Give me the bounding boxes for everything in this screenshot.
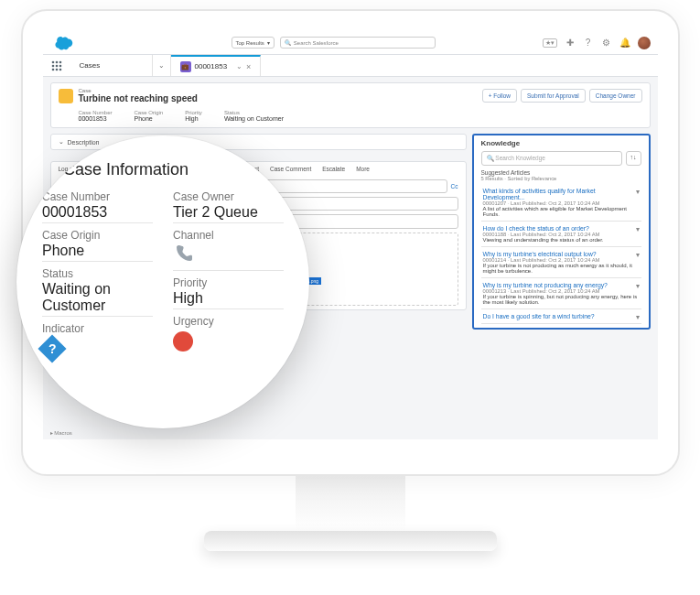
change-owner-button[interactable]: Change Owner: [589, 89, 642, 103]
tab-cases-menu[interactable]: ⌄: [153, 55, 171, 76]
hl-status: Waiting on Customer: [224, 115, 284, 122]
close-icon[interactable]: ×: [246, 62, 251, 71]
field-case-origin: Case Origin Phone: [42, 229, 153, 262]
knowledge-search-input[interactable]: 🔍 Search Knowledge: [481, 151, 622, 166]
article-title[interactable]: Why is my turbine's electrical output lo…: [483, 251, 640, 257]
global-search[interactable]: 🔍 Search Salesforce: [280, 37, 436, 49]
field-urgency: Urgency: [173, 315, 284, 353]
knowledge-title: Knowledge: [481, 139, 641, 147]
knowledge-article[interactable]: ▾ Why is my turbine not producing any en…: [481, 278, 641, 309]
knowledge-suggested-label: Suggested Articles: [481, 169, 641, 176]
chevron-down-icon: ▾: [267, 39, 270, 46]
email-cc-toggle[interactable]: Cc: [451, 183, 458, 189]
hl-casenum: 00001853: [79, 115, 113, 122]
utility-bar-macros[interactable]: ▸ Macros: [50, 429, 72, 436]
phone-icon: [173, 243, 195, 265]
field-indicator: Indicator ?: [42, 322, 153, 361]
case-icon: 💼: [180, 61, 191, 72]
zoom-lens: ⌄ Case Information Case Number 00001853 …: [16, 135, 309, 428]
article-menu-icon[interactable]: ▾: [636, 313, 640, 321]
knowledge-list: ▾ What kinds of activities qualify for M…: [481, 184, 641, 324]
case-record-icon: [59, 89, 73, 103]
app-launcher-icon[interactable]: [43, 55, 70, 76]
svg-point-0: [51, 60, 54, 63]
tab-label: Cases: [80, 61, 101, 70]
svg-point-1: [55, 60, 58, 63]
monitor-stand-base: [204, 531, 497, 551]
hl-origin: Phone: [135, 115, 164, 122]
search-icon: 🔍: [285, 39, 291, 46]
article-desc: If your turbine is spinning, but not pro…: [483, 294, 640, 305]
article-title[interactable]: Why is my turbine not producing any ener…: [483, 282, 640, 288]
urgency-indicator-icon: [173, 331, 193, 352]
knowledge-article[interactable]: ▾ How do I check the status of an order?…: [481, 222, 641, 247]
field-priority: Priority High: [173, 276, 284, 309]
action-escalate[interactable]: Escalate: [322, 166, 345, 172]
action-case-comment[interactable]: Case Comment: [270, 166, 311, 172]
knowledge-panel: Knowledge 🔍 Search Knowledge ↑↓ Suggeste…: [472, 134, 651, 330]
knowledge-results-count: 5 Results · Sorted by Relevance: [481, 176, 641, 181]
workspace-nav: Cases ⌄ 💼 00001853 ⌄ ×: [43, 55, 658, 77]
search-scope-picker[interactable]: Top Results ▾: [232, 37, 275, 49]
tab-record[interactable]: 💼 00001853 ⌄ ×: [171, 55, 262, 76]
field-case-number: Case Number 00001853: [42, 190, 153, 223]
article-desc: If your turbine is not producing as much…: [483, 263, 640, 274]
knowledge-article[interactable]: ▾ Why is my turbine's electrical output …: [481, 247, 641, 278]
knowledge-sort-button[interactable]: ↑↓: [626, 151, 641, 166]
svg-point-3: [51, 64, 54, 67]
svg-point-2: [59, 60, 61, 63]
record-title: Turbine not reaching speed: [79, 93, 198, 103]
help-icon[interactable]: ?: [583, 38, 594, 49]
tab-cases[interactable]: Cases: [70, 55, 153, 76]
salesforce-logo[interactable]: [50, 35, 74, 51]
knowledge-article[interactable]: ▾ What kinds of activities qualify for M…: [481, 184, 641, 222]
gear-icon[interactable]: ⚙: [601, 38, 612, 49]
article-title[interactable]: What kinds of activities qualify for Mar…: [483, 188, 640, 200]
search-placeholder: Search Salesforce: [294, 40, 339, 46]
chevron-down-icon[interactable]: ⌄: [236, 62, 242, 70]
svg-point-7: [55, 68, 58, 70]
header-actions: ★▾ ✚ ? ⚙ 🔔: [543, 37, 651, 49]
notification-bell-icon[interactable]: 🔔: [619, 38, 630, 49]
hl-priority: High: [185, 115, 202, 122]
article-menu-icon[interactable]: ▾: [636, 282, 640, 290]
action-more[interactable]: More: [356, 166, 370, 172]
field-case-owner: Case Owner Tier 2 Queue: [173, 190, 284, 223]
submit-approval-button[interactable]: Submit for Approval: [521, 89, 586, 103]
chevron-down-icon: ⌄: [59, 138, 64, 146]
global-header: Top Results ▾ 🔍 Search Salesforce ★▾ ✚ ?…: [43, 31, 658, 55]
search-scope-label: Top Results: [236, 40, 264, 46]
field-channel: Channel: [173, 229, 284, 271]
section-case-information-header[interactable]: ⌄ Case Information: [42, 159, 284, 179]
article-desc: A list of activities which are eligible …: [483, 206, 640, 217]
highlights-panel: Case Turbine not reaching speed + Follow…: [50, 82, 651, 128]
knowledge-article[interactable]: ▾ Do I have a good site for a wind turbi…: [481, 309, 641, 324]
follow-button[interactable]: + Follow: [482, 89, 517, 103]
svg-point-6: [51, 68, 54, 70]
avatar[interactable]: [638, 37, 651, 49]
article-desc: Viewing and understanding the status of …: [483, 237, 640, 243]
article-menu-icon[interactable]: ▾: [636, 251, 640, 259]
monitor-stand-neck: [296, 476, 405, 531]
svg-point-8: [59, 68, 61, 70]
tab-record-label: 00001853: [195, 62, 228, 70]
article-title[interactable]: Do I have a good site for a wind turbine…: [483, 313, 640, 319]
svg-point-5: [59, 64, 61, 67]
article-menu-icon[interactable]: ▾: [636, 188, 640, 196]
question-diamond-icon: ?: [38, 334, 66, 362]
add-icon[interactable]: ✚: [565, 38, 576, 49]
field-status: Status Waiting on Customer: [42, 267, 153, 317]
favorites-button[interactable]: ★▾: [543, 38, 557, 48]
article-menu-icon[interactable]: ▾: [636, 225, 640, 233]
article-title[interactable]: How do I check the status of an order?: [483, 225, 640, 232]
svg-point-4: [55, 64, 58, 67]
